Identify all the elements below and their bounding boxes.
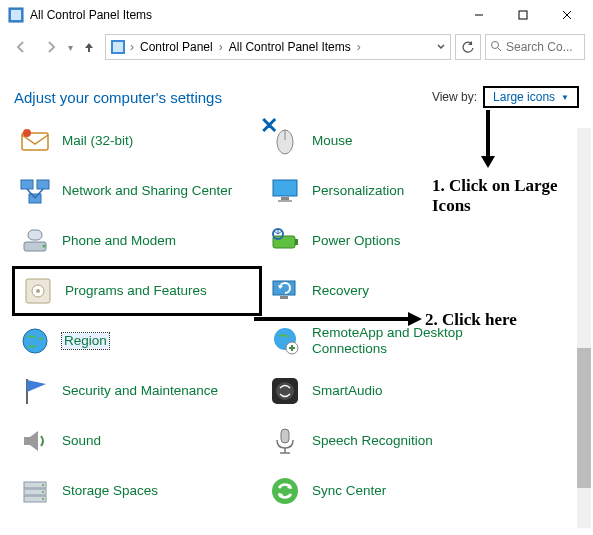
address-bar[interactable]: › Control Panel › All Control Panel Item… [105,34,451,60]
item-network-sharing[interactable]: Network and Sharing Center [12,166,262,216]
item-phone-modem[interactable]: Phone and Modem [12,216,262,266]
flag-icon [18,374,52,408]
item-smartaudio[interactable]: SmartAudio [262,366,512,416]
item-label: Mail (32-bit) [62,133,133,149]
chevron-right-icon[interactable]: › [355,40,363,54]
item-label: Sync Center [312,483,386,499]
svg-line-9 [498,48,501,51]
item-label: Recovery [312,283,369,299]
forward-button[interactable] [38,34,64,60]
address-icon [110,39,126,55]
svg-rect-18 [28,230,42,240]
search-input[interactable] [506,40,576,54]
item-label: Mouse [312,133,353,149]
back-button[interactable] [8,34,34,60]
svg-point-31 [42,498,44,500]
item-label: Sound [62,433,101,449]
address-dropdown-icon[interactable] [436,40,446,54]
svg-point-49 [272,478,298,504]
item-recovery[interactable]: Recovery [262,266,512,316]
item-label: Programs and Features [65,283,207,299]
search-box[interactable] [485,34,585,60]
minimize-button[interactable] [457,0,501,30]
item-sound[interactable]: Sound [12,416,262,466]
mail-icon [18,124,52,158]
item-label: Personalization [312,183,404,199]
svg-point-29 [42,484,44,486]
item-label: SmartAudio [312,383,383,399]
up-button[interactable] [77,35,101,59]
svg-rect-13 [37,180,49,189]
navigation-bar: ▾ › Control Panel › All Control Panel It… [0,30,593,64]
svg-rect-1 [11,10,21,20]
page-heading: Adjust your computer's settings [14,89,222,106]
svg-rect-38 [295,239,298,245]
svg-point-19 [43,245,46,248]
svg-point-11 [23,129,31,137]
item-label: Region [62,333,109,349]
monitor-icon [268,174,302,208]
item-label: Security and Maintenance [62,383,218,399]
phone-icon [18,224,52,258]
viewby-dropdown[interactable]: Large icons ▼ [483,86,579,108]
svg-rect-14 [29,194,41,203]
viewby-value: Large icons [493,90,555,104]
svg-point-30 [42,491,44,493]
breadcrumb-root[interactable]: Control Panel [138,38,215,56]
refresh-button[interactable] [455,34,481,60]
scrollbar-thumb[interactable] [577,348,591,488]
item-security-maintenance[interactable]: Security and Maintenance [12,366,262,416]
item-label: Speech Recognition [312,433,433,449]
search-icon [490,40,502,55]
control-panel-icon [8,7,24,23]
sync-icon [268,474,302,508]
battery-icon [268,224,302,258]
header-row: Adjust your computer's settings View by:… [0,64,593,116]
svg-rect-36 [278,200,292,202]
item-storage-spaces[interactable]: Storage Spaces [12,466,262,516]
svg-rect-41 [280,296,288,299]
globe-icon [18,324,52,358]
microphone-icon [268,424,302,458]
annotation-arrow-right [252,310,424,331]
recovery-icon [268,274,302,308]
item-mail[interactable]: Mail (32-bit) [12,116,262,166]
svg-rect-3 [519,11,527,19]
viewby-label: View by: [432,90,477,104]
breadcrumb-current[interactable]: All Control Panel Items [227,38,353,56]
item-label: Phone and Modem [62,233,176,249]
item-speech-recognition[interactable]: Speech Recognition [262,416,512,466]
annotation-arrow-down [478,108,498,173]
vertical-scrollbar[interactable] [577,128,591,528]
recent-dropdown-icon[interactable]: ▾ [68,42,73,53]
network-icon [18,174,52,208]
svg-rect-7 [113,42,123,52]
svg-point-8 [492,41,499,48]
svg-point-45 [276,382,294,400]
items-column-left: Mail (32-bit) Network and Sharing Center… [12,116,262,516]
item-region[interactable]: Region [12,316,262,366]
item-sync-center[interactable]: Sync Center [262,466,512,516]
programs-icon [21,274,55,308]
chevron-right-icon[interactable]: › [128,40,136,54]
item-programs-features[interactable]: Programs and Features [12,266,262,316]
smartaudio-icon [268,374,302,408]
chevron-right-icon[interactable]: › [217,40,225,54]
window-title: All Control Panel Items [30,8,457,22]
item-label: Storage Spaces [62,483,158,499]
svg-point-22 [36,289,40,293]
item-power-options[interactable]: Power Options [262,216,512,266]
svg-rect-12 [21,180,33,189]
close-button[interactable] [545,0,589,30]
item-label: Network and Sharing Center [62,183,232,199]
maximize-button[interactable] [501,0,545,30]
title-bar: All Control Panel Items [0,0,593,30]
svg-rect-46 [281,429,289,443]
svg-rect-35 [281,197,289,200]
item-personalization[interactable]: Personalization [262,166,512,216]
storage-icon [18,474,52,508]
dropdown-triangle-icon: ▼ [561,93,569,102]
speaker-icon [18,424,52,458]
item-label: Power Options [312,233,401,249]
item-mouse[interactable]: Mouse [262,116,512,166]
